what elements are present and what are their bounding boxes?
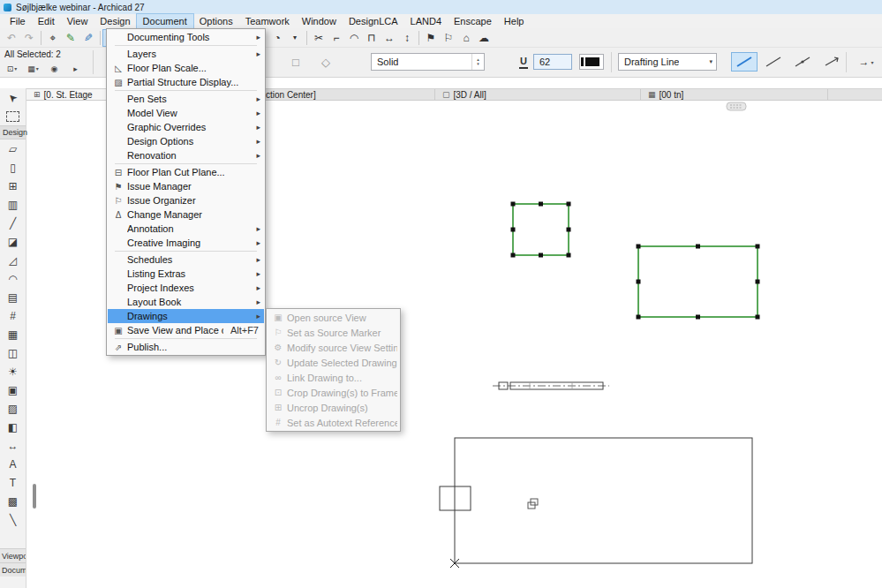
view-tab[interactable]: ▦ [00 tn] bbox=[641, 89, 828, 100]
fill-tool[interactable]: ▩ bbox=[0, 492, 26, 510]
expand-infobox-button[interactable]: ▸ ▾ bbox=[66, 61, 85, 76]
menu-item[interactable]: Schedules ▸ bbox=[108, 253, 264, 267]
spinner-control[interactable]: ▴ ▾ bbox=[471, 54, 484, 70]
menu-item[interactable]: Renovation ▸ bbox=[108, 148, 264, 162]
geometry-rotated-rectangle-button[interactable]: ◇ bbox=[314, 53, 337, 72]
palette-tab[interactable]: Viewpoi bbox=[0, 548, 26, 562]
more-infobox-options-button[interactable]: → ▾ bbox=[853, 52, 879, 72]
menubar-item[interactable]: Window bbox=[296, 14, 343, 28]
bimcloud-icon[interactable]: ☁ bbox=[475, 30, 493, 46]
menubar-item[interactable]: Options bbox=[193, 14, 239, 28]
spinner-down-icon[interactable]: ▾ bbox=[477, 62, 479, 66]
morph-tool[interactable]: ◧ bbox=[0, 418, 26, 436]
favorites-button[interactable]: ▦ ▾ bbox=[24, 61, 42, 76]
line-geometry-single-button[interactable] bbox=[731, 52, 758, 72]
text-tool[interactable]: A bbox=[0, 455, 26, 473]
menubar-item[interactable]: Design bbox=[94, 14, 136, 28]
redo-icon[interactable]: ↷ bbox=[20, 30, 38, 46]
menu-item[interactable]: ◺ Floor Plan Scale... ▸ bbox=[108, 61, 264, 75]
menubar-item[interactable]: View bbox=[61, 14, 94, 28]
dimension-tool[interactable]: ↔ bbox=[0, 436, 26, 455]
menu-item[interactable]: Listing Extras ▸ bbox=[108, 267, 264, 281]
menubar-item[interactable]: Enscape bbox=[448, 14, 498, 28]
menu-item[interactable]: ⚐ Issue Organizer ▸ bbox=[108, 193, 264, 207]
pick-up-parameters-icon[interactable]: ✎ bbox=[62, 30, 79, 46]
menu-item[interactable]: Drawings ▸ bbox=[108, 309, 264, 323]
issue-flag-icon[interactable]: ⚑ bbox=[422, 30, 440, 46]
menubar-item[interactable]: File bbox=[4, 14, 32, 28]
adjust-icon[interactable]: ⌐ bbox=[328, 30, 345, 46]
collapsed-toolbar-handle[interactable] bbox=[727, 102, 746, 110]
curtain-wall-tool[interactable]: ▦ bbox=[0, 325, 26, 343]
more-options-arrow-icon[interactable]: ▾ bbox=[286, 30, 304, 46]
geometry-rectangle-button[interactable]: □ bbox=[284, 53, 307, 72]
lamp-tool[interactable]: ☀ bbox=[0, 362, 26, 381]
tool-settings-button[interactable]: ⊡ ▾ bbox=[3, 61, 21, 76]
beam-symbol[interactable] bbox=[493, 382, 609, 389]
menu-item[interactable]: ⊟ Floor Plan Cut Plane... ▸ bbox=[108, 165, 264, 179]
split-icon[interactable]: ✂ bbox=[310, 30, 328, 46]
pen-weight-field[interactable]: 62 bbox=[533, 54, 572, 70]
renovation-filter-button[interactable]: ◉ ▾ bbox=[45, 61, 64, 76]
menu-item[interactable]: Design Options ▸ bbox=[108, 134, 264, 148]
menu-item[interactable]: ▣ Save View and Place on Layout Alt+F7 ▸ bbox=[108, 323, 264, 337]
select-arrow-tool[interactable]: ➤ bbox=[0, 88, 26, 107]
railing-tool[interactable]: # bbox=[0, 306, 26, 325]
canvas-scrollbar-handle[interactable] bbox=[33, 484, 36, 509]
door-tool[interactable]: ▯ bbox=[0, 158, 26, 177]
issue-organizer-icon[interactable]: ⚐ bbox=[440, 30, 457, 46]
trim-icon[interactable]: ⊓ bbox=[363, 30, 381, 46]
slab-tool[interactable]: ◪ bbox=[0, 232, 26, 251]
search-and-select-icon[interactable]: ⌖ bbox=[44, 30, 62, 46]
autosave-clock-icon[interactable]: ◔ bbox=[268, 30, 286, 46]
menu-item[interactable]: ⚑ Issue Manager ▸ bbox=[108, 179, 264, 193]
menu-item[interactable]: Δ Change Manager ▸ bbox=[108, 207, 264, 222]
menu-item[interactable]: Documenting Tools ▸ bbox=[108, 30, 264, 44]
beam-tool[interactable]: ╱ bbox=[0, 214, 26, 232]
menu-item[interactable]: Layout Book ▸ bbox=[108, 295, 264, 309]
line-type-combo[interactable]: Drafting Line ▾ bbox=[618, 53, 717, 71]
column-tool[interactable]: ▥ bbox=[0, 195, 26, 214]
view-tab[interactable]: ▢ [3D / All] bbox=[435, 89, 641, 100]
line-geometry-node-button[interactable] bbox=[789, 52, 816, 72]
mesh-tool[interactable]: ▨ bbox=[0, 399, 26, 418]
selected-rectangle-large[interactable] bbox=[637, 245, 760, 320]
line-geometry-arrow-button[interactable] bbox=[818, 52, 845, 72]
menubar-item[interactable]: Teamwork bbox=[239, 14, 296, 28]
object-tool[interactable]: ◫ bbox=[0, 343, 26, 362]
pen-color-button[interactable] bbox=[579, 54, 604, 70]
favorites-icon[interactable]: ⌂ bbox=[457, 30, 475, 46]
menu-item[interactable]: Annotation ▸ bbox=[108, 222, 264, 236]
menu-item[interactable]: Creative Imaging ▸ bbox=[108, 236, 264, 250]
menu-item[interactable]: Layers ▸ bbox=[108, 47, 264, 61]
menubar-item[interactable]: Help bbox=[498, 14, 531, 28]
menu-item[interactable]: ▨ Partial Structure Display... ▸ bbox=[108, 75, 264, 89]
roof-tool[interactable]: ◿ bbox=[0, 251, 26, 269]
label-tool[interactable]: T bbox=[0, 473, 26, 492]
menu-item[interactable]: ⇗ Publish... ▸ bbox=[108, 340, 264, 354]
stretch-icon[interactable]: ↔ bbox=[381, 30, 398, 46]
fillet-icon[interactable]: ◠ bbox=[345, 30, 363, 46]
undo-icon[interactable]: ↶ bbox=[3, 30, 20, 46]
menubar-item[interactable]: DesignLCA bbox=[343, 14, 404, 28]
wall-tool[interactable]: ▱ bbox=[0, 139, 26, 158]
menu-item[interactable]: Graphic Overrides ▸ bbox=[108, 120, 264, 134]
selected-rectangle-small[interactable] bbox=[511, 202, 571, 258]
menubar-item[interactable]: Edit bbox=[32, 14, 61, 28]
fill-type-combo[interactable]: Solid ▴ ▾ bbox=[371, 53, 485, 71]
menu-item[interactable]: Model View ▸ bbox=[108, 106, 264, 120]
window-tool[interactable]: ⊞ bbox=[0, 177, 26, 195]
palette-tab[interactable]: Docume bbox=[0, 562, 26, 577]
menubar-item[interactable]: LAND4 bbox=[404, 14, 448, 28]
zone-tool[interactable]: ▣ bbox=[0, 381, 26, 399]
menu-item[interactable]: Pen Sets ▸ bbox=[108, 92, 264, 106]
view-tab[interactable]: ction Center] bbox=[259, 89, 435, 100]
line-geometry-chained-button[interactable] bbox=[760, 52, 787, 72]
inject-parameters-icon[interactable]: ✎ bbox=[79, 30, 97, 46]
shell-tool[interactable]: ◠ bbox=[0, 269, 26, 288]
line-tool[interactable]: ╲ bbox=[0, 510, 26, 529]
rectangle-outline[interactable] bbox=[455, 438, 752, 563]
menubar-item[interactable]: Document bbox=[137, 14, 193, 28]
menu-item[interactable]: Project Indexes ▸ bbox=[108, 281, 264, 295]
resize-icon[interactable]: ↕ bbox=[398, 30, 416, 46]
